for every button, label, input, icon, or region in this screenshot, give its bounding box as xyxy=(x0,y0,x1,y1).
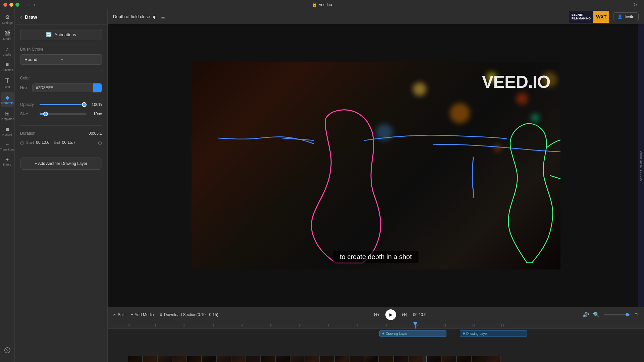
window-controls[interactable] xyxy=(3,3,19,7)
sidebar-item-media[interactable]: 🎬 Media xyxy=(1,28,14,43)
sidebar-item-label: Filters xyxy=(3,163,11,167)
sidebar-item-help[interactable]: ? xyxy=(1,345,14,355)
subtitle-bar: to create depth in a shot xyxy=(333,251,419,263)
sidebar-item-text[interactable]: T Text xyxy=(1,75,14,91)
minimize-dot[interactable] xyxy=(9,3,13,7)
top-bar: ‹ › 🔒 veed.io ↻ xyxy=(0,0,644,9)
draw-panel: ‹ Draw 🔄 Animations Brush Stroke Round ▾… xyxy=(15,9,108,362)
ruler-mark-11: 11 xyxy=(443,324,446,327)
rewind-button[interactable]: ⏮ xyxy=(374,311,380,318)
timeline-tracks: Drawing Layer Drawing Layer xyxy=(108,329,644,356)
help-icon: ? xyxy=(4,347,10,353)
brush-type-select[interactable]: Round ▾ xyxy=(20,54,102,65)
play-button[interactable]: ▶ xyxy=(385,309,396,320)
size-value: 10px xyxy=(90,112,102,116)
sidebar-item-label: Record xyxy=(2,133,12,137)
current-time: 00:10:9 xyxy=(413,312,426,317)
end-clock-icon: ◷ xyxy=(98,140,102,145)
close-dot[interactable] xyxy=(3,3,7,7)
refresh-button[interactable]: ↻ xyxy=(633,2,637,7)
ruler-mark-6: 6 xyxy=(299,324,301,327)
browser-nav[interactable]: ‹ › xyxy=(27,1,37,8)
end-time-item: End 00:15.7 xyxy=(53,140,75,145)
sidebar-item-filters[interactable]: ✦ Filters xyxy=(1,155,14,169)
chevron-down-icon: ▾ xyxy=(61,57,98,62)
hex-input[interactable] xyxy=(32,83,93,92)
panel-title: Draw xyxy=(25,14,37,20)
record-icon: ⏺ xyxy=(5,126,10,132)
save-icon[interactable]: ☁ xyxy=(160,14,165,19)
start-value: 00:10.6 xyxy=(36,140,49,145)
drawing-layer-track-2[interactable]: Drawing Layer xyxy=(460,330,527,337)
opacity-slider[interactable] xyxy=(40,101,87,108)
sidebar-item-settings[interactable]: ⚙ Settings xyxy=(1,12,14,27)
split-icon: ✂ xyxy=(113,312,116,317)
film-frame xyxy=(486,356,501,362)
zoom-out-icon[interactable]: 🔍 xyxy=(593,311,600,318)
ruler-mark-0: 0 xyxy=(128,324,130,327)
sidebar-item-transitions[interactable]: ↔ Transitions xyxy=(1,140,14,154)
fast-forward-button[interactable]: ⏭ xyxy=(401,311,408,318)
sidebar-item-label: Transitions xyxy=(0,148,14,152)
split-button[interactable]: ✂ Split xyxy=(113,312,125,317)
zoom-slider[interactable] xyxy=(604,314,631,315)
project-title: Depth of field close-up xyxy=(113,14,156,19)
sidebar-item-audio[interactable]: ♪ Audio xyxy=(1,44,14,59)
sidebar-item-label: Elements xyxy=(1,101,14,105)
sidebar-item-label: Settings xyxy=(2,21,13,25)
forward-button[interactable]: › xyxy=(33,1,37,8)
download-section-button[interactable]: ⬇ Download Section(0:10 - 0:15) xyxy=(159,312,218,317)
animations-button[interactable]: 🔄 Animations xyxy=(20,29,102,40)
transitions-icon: ↔ xyxy=(5,142,10,147)
filmstrip-left xyxy=(128,356,423,362)
back-button[interactable]: ‹ xyxy=(27,1,31,8)
add-media-button[interactable]: + Add Media xyxy=(131,312,154,317)
brush-stroke-section: Brush Stroke Round ▾ xyxy=(15,44,107,67)
filmstrip xyxy=(108,356,644,362)
subtitle-text: to create depth in a shot xyxy=(340,253,412,260)
duration-label: Duration xyxy=(20,131,89,136)
maximize-dot[interactable] xyxy=(15,3,19,7)
templates-icon: ⊞ xyxy=(5,110,9,117)
film-frame xyxy=(364,356,379,362)
animation-icon: 🔄 xyxy=(46,32,52,37)
opacity-thumb[interactable] xyxy=(82,102,87,107)
media-icon: 🎬 xyxy=(4,30,11,37)
color-swatch[interactable] xyxy=(93,83,102,93)
split-label: Split xyxy=(118,312,125,317)
browser-title: 🔒 veed.io xyxy=(312,2,332,7)
sidebar-item-templates[interactable]: ⊞ Templates xyxy=(1,108,14,123)
film-frame xyxy=(379,356,393,362)
film-frame xyxy=(471,356,486,362)
zoom-thumb[interactable] xyxy=(626,313,629,316)
drawing-layer-track-1[interactable]: Drawing Layer xyxy=(379,330,446,337)
invite-button[interactable]: 👤 Invite xyxy=(613,12,639,21)
sidebar-item-label: Text xyxy=(4,85,10,89)
sidebar-item-elements[interactable]: ◆ Elements xyxy=(1,92,14,107)
animations-label: Animations xyxy=(54,32,76,37)
wxt-badge: WXT xyxy=(593,11,609,23)
sidebar-item-record[interactable]: ⏺ Record xyxy=(1,124,14,139)
film-frame xyxy=(408,356,423,362)
fit-label[interactable]: Fit xyxy=(635,313,639,317)
video-area: VEED.IO xyxy=(108,24,644,307)
add-layer-button[interactable]: + Add Another Drawing Layer xyxy=(20,158,102,170)
watermark-badge: SECRETFILMMAKING WXT xyxy=(569,11,609,23)
size-slider[interactable] xyxy=(40,111,87,117)
invite-icon: 👤 xyxy=(618,14,623,19)
duration-value: 00:05.1 xyxy=(89,131,102,136)
film-frame xyxy=(172,356,187,362)
timeline-cursor[interactable] xyxy=(415,322,416,328)
ruler-mark-12: 12 xyxy=(472,324,475,327)
film-frame xyxy=(457,356,471,362)
ruler-mark-9: 9 xyxy=(385,324,387,327)
back-to-elements-button[interactable]: ‹ xyxy=(20,13,22,20)
favicon: 🔒 xyxy=(312,2,317,7)
volume-icon[interactable]: 🔊 xyxy=(582,311,589,318)
film-frame xyxy=(157,356,172,362)
size-thumb[interactable] xyxy=(43,112,48,116)
sidebar-item-subtitles[interactable]: ≡ Subtitles xyxy=(1,60,14,74)
track-row-drawing-1: Drawing Layer Drawing Layer xyxy=(108,330,644,340)
start-time-item: ◷ Start 00:10.6 xyxy=(20,140,49,145)
subtitles-icon: ≡ xyxy=(6,62,9,68)
